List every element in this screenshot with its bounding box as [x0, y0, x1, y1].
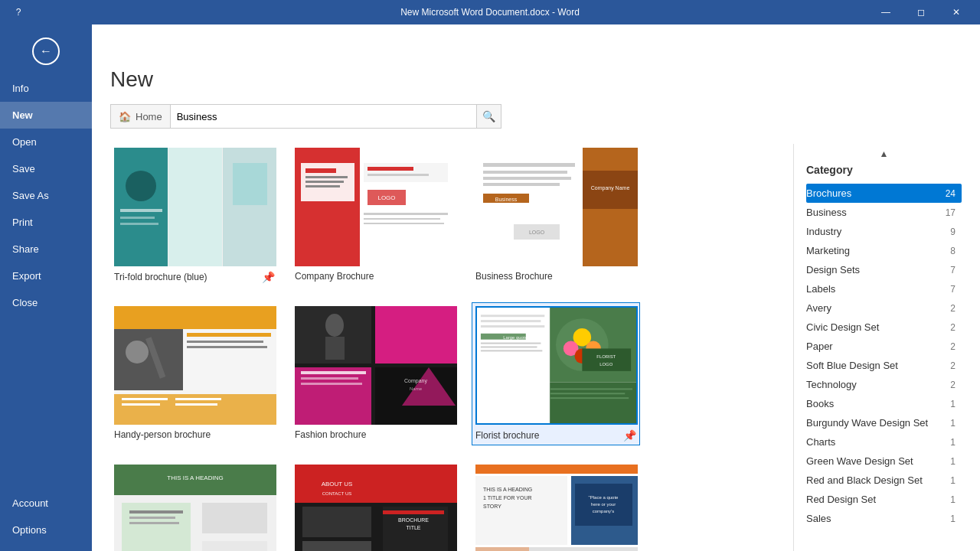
- svg-text:Company: Company: [404, 378, 427, 384]
- svg-rect-82: [550, 388, 632, 390]
- template-name-florist: Florist brochure 📌: [475, 429, 636, 442]
- home-icon: 🏠: [119, 111, 131, 122]
- new-page: New 🏠 Home 🔍: [92, 49, 980, 551]
- back-button[interactable]: ←: [25, 31, 67, 72]
- svg-rect-19: [364, 218, 440, 220]
- home-button[interactable]: 🏠 Home: [110, 104, 171, 129]
- category-item-labels[interactable]: Labels7: [806, 279, 962, 298]
- category-item-business[interactable]: Business17: [806, 203, 962, 222]
- category-item-marketing[interactable]: Marketing8: [806, 241, 962, 260]
- svg-rect-4: [120, 209, 162, 212]
- category-count: 1: [950, 437, 956, 448]
- template-thumb-plain2: ABOUT US CONTACT US BROCHURE TITLE: [295, 465, 457, 551]
- category-list: Brochures24Business17Industry9Marketing8…: [806, 184, 962, 528]
- svg-rect-5: [120, 217, 155, 219]
- template-card-fashion[interactable]: Company Name Fashion brochure: [291, 302, 459, 445]
- sidebar-item-open[interactable]: Open: [0, 129, 92, 155]
- svg-rect-116: [475, 547, 529, 551]
- template-card-company[interactable]: LOGO: [291, 144, 459, 287]
- search-input[interactable]: [171, 104, 477, 129]
- category-item-books[interactable]: Books1: [806, 394, 962, 413]
- minimize-button[interactable]: —: [868, 0, 903, 24]
- svg-text:1 TITLE FOR YOUR: 1 TITLE FOR YOUR: [483, 495, 532, 500]
- signin-button[interactable]: Sign in: [927, 31, 968, 42]
- template-card-plain3[interactable]: THIS IS A HEADING 1 TITLE FOR YOUR STORY…: [472, 461, 640, 551]
- sidebar-item-saveas[interactable]: Save As: [0, 182, 92, 209]
- svg-rect-20: [364, 223, 444, 224]
- category-count: 9: [950, 227, 956, 237]
- category-item-soft-blue-design-set[interactable]: Soft Blue Design Set2: [806, 356, 962, 375]
- svg-rect-47: [175, 398, 221, 400]
- svg-rect-30: [483, 163, 575, 167]
- template-card-florist[interactable]: Large quote: [472, 302, 640, 445]
- close-button[interactable]: ✕: [939, 0, 974, 24]
- svg-point-3: [126, 171, 156, 201]
- category-label: Industry: [806, 226, 841, 237]
- svg-text:BROCHURE: BROCHURE: [398, 517, 429, 523]
- svg-rect-18: [364, 213, 448, 215]
- plain2-thumbnail: ABOUT US CONTACT US BROCHURE TITLE: [295, 465, 457, 551]
- svg-rect-23: [368, 174, 429, 176]
- svg-rect-32: [483, 177, 571, 180]
- sidebar-item-export[interactable]: Export: [0, 262, 92, 289]
- template-card-business[interactable]: Company Name LOGO: [472, 144, 640, 287]
- svg-rect-92: [129, 522, 179, 524]
- template-name-trifold: Tri-fold brochure (blue) 📌: [114, 271, 275, 283]
- template-thumb-trifold: [114, 148, 276, 266]
- svg-rect-87: [122, 503, 191, 551]
- sidebar-item-info[interactable]: Info: [0, 75, 92, 102]
- category-label: Paper: [806, 341, 833, 352]
- svg-text:Company Name: Company Name: [591, 185, 630, 191]
- sidebar-item-save[interactable]: Save: [0, 155, 92, 182]
- svg-rect-79: [582, 348, 631, 370]
- category-item-sales[interactable]: Sales1: [806, 509, 962, 528]
- template-card-trifold[interactable]: Tri-fold brochure (blue) 📌: [110, 144, 279, 287]
- sidebar-spacer: [0, 316, 92, 490]
- category-item-avery[interactable]: Avery2: [806, 298, 962, 318]
- svg-rect-1: [168, 148, 222, 266]
- titlebar-help[interactable]: ?: [6, 0, 31, 24]
- svg-rect-65: [481, 320, 541, 322]
- svg-rect-63: [477, 307, 548, 423]
- template-card-handy[interactable]: Handy-person brochure: [110, 302, 279, 445]
- svg-text:TITLE: TITLE: [406, 525, 420, 530]
- svg-rect-22: [368, 167, 413, 171]
- titlebar: ? New Microsoft Word Document.docx - Wor…: [0, 0, 980, 24]
- svg-rect-42: [187, 341, 263, 343]
- category-label: Soft Blue Design Set: [806, 360, 898, 371]
- search-button[interactable]: 🔍: [477, 104, 501, 129]
- category-item-charts[interactable]: Charts1: [806, 432, 962, 452]
- templates-row-2: Handy-person brochure: [110, 302, 787, 445]
- category-item-green-wave[interactable]: Green Wave Design Set1: [806, 452, 962, 471]
- svg-rect-55: [325, 337, 345, 360]
- template-card-plain2[interactable]: ABOUT US CONTACT US BROCHURE TITLE: [291, 461, 459, 551]
- sidebar-item-options[interactable]: Options: [0, 517, 92, 543]
- category-label: Red and Black Design Set: [806, 474, 923, 486]
- category-item-brochures[interactable]: Brochures24: [806, 184, 962, 203]
- category-item-burgundy-wave[interactable]: Burgundy Wave Design Set1: [806, 413, 962, 432]
- scroll-up-button[interactable]: ▲: [806, 147, 962, 161]
- category-item-civic-design-set[interactable]: Civic Design Set2: [806, 318, 962, 337]
- category-item-industry[interactable]: Industry9: [806, 222, 962, 241]
- svg-point-39: [126, 341, 149, 364]
- category-item-design-sets[interactable]: Design Sets7: [806, 260, 962, 279]
- svg-rect-105: [475, 465, 638, 474]
- back-circle-icon: ←: [32, 37, 60, 65]
- sidebar-item-close[interactable]: Close: [0, 289, 92, 316]
- category-item-technology[interactable]: Technology2: [806, 375, 962, 394]
- category-item-paper[interactable]: Paper2: [806, 337, 962, 356]
- svg-rect-37: [114, 306, 276, 329]
- sidebar-item-account[interactable]: Account: [0, 490, 92, 517]
- template-card-plain1[interactable]: THIS IS A HEADING: [110, 461, 279, 551]
- template-thumb-florist: Large quote: [475, 306, 638, 425]
- category-count: 8: [950, 246, 956, 256]
- svg-rect-52: [295, 367, 371, 425]
- sidebar-item-share[interactable]: Share: [0, 236, 92, 262]
- category-item-red-black[interactable]: Red and Black Design Set1: [806, 471, 962, 490]
- svg-rect-41: [187, 333, 271, 337]
- sidebar-item-new[interactable]: New: [0, 102, 92, 129]
- category-item-red-design-set[interactable]: Red Design Set1: [806, 490, 962, 509]
- sidebar-item-print[interactable]: Print: [0, 209, 92, 236]
- svg-rect-95: [295, 465, 457, 503]
- restore-button[interactable]: ◻: [903, 0, 939, 24]
